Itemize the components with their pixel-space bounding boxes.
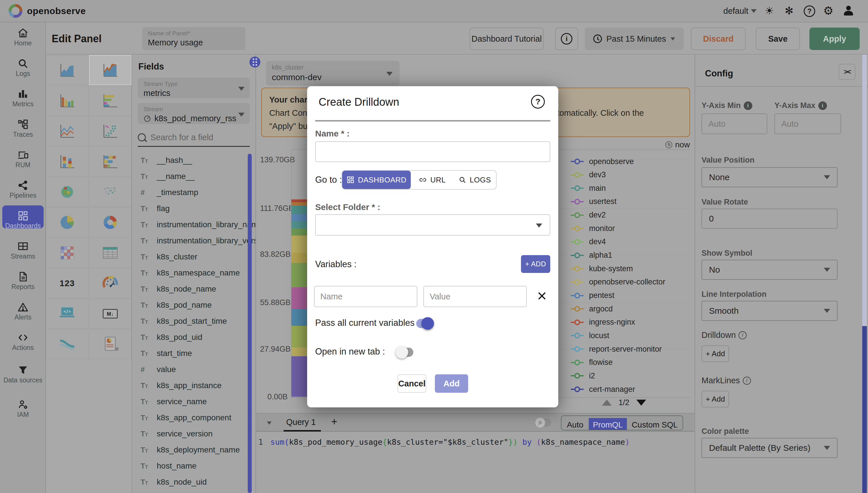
- collapse-config-button[interactable]: ><: [839, 64, 855, 80]
- add-variable-button[interactable]: + ADD: [521, 255, 550, 273]
- drilldown-name-input[interactable]: [315, 141, 550, 162]
- field-item-flag[interactable]: TTflag: [132, 200, 247, 217]
- chart-type-gauge-icon[interactable]: [89, 268, 132, 298]
- apply-button[interactable]: Apply: [809, 27, 860, 50]
- field-item-k8s_deployment_name[interactable]: TTk8s_deployment_name: [132, 442, 247, 458]
- chart-type-custom-chart-icon[interactable]: ⚙: [89, 329, 132, 359]
- org-selector[interactable]: default: [723, 6, 748, 16]
- discard-button[interactable]: Discard: [691, 27, 746, 50]
- field-search[interactable]: [138, 129, 250, 147]
- field-item-k8s_node_uid[interactable]: TTk8s_node_uid: [132, 474, 247, 490]
- legend-item-openobserve[interactable]: openobserve: [571, 156, 634, 167]
- cancel-button[interactable]: Cancel: [397, 374, 426, 393]
- sidebar-item-metrics[interactable]: Metrics: [0, 88, 46, 108]
- chart-type-stacked-bar-icon[interactable]: [46, 147, 88, 176]
- legend-prev-icon[interactable]: [602, 400, 612, 406]
- field-item-k8s_app_component[interactable]: TTk8s_app_component: [132, 410, 247, 426]
- field-item-k8s_node_name[interactable]: TTk8s_node_name: [132, 281, 247, 297]
- stream-select[interactable]: Stream k8s_pod_memory_rss: [138, 103, 250, 124]
- field-item-service_name[interactable]: TTservice_name: [132, 393, 247, 410]
- legend-item-pentest[interactable]: pentest: [571, 290, 615, 301]
- y-axis-min-input[interactable]: [702, 113, 767, 134]
- legend-item-alpha1[interactable]: alpha1: [571, 250, 612, 261]
- sidebar-item-dashboards[interactable]: Dashboards: [0, 210, 46, 230]
- config-scrollbar-thumb[interactable]: [862, 326, 867, 493]
- legend-item-dev4[interactable]: dev4: [571, 236, 606, 248]
- sidebar-item-traces[interactable]: Traces: [0, 118, 46, 138]
- sidebar-item-alerts[interactable]: Alerts: [0, 301, 46, 321]
- time-range-button[interactable]: Past 15 Minutes: [585, 27, 684, 50]
- chart-type-geomap-icon[interactable]: [46, 177, 88, 207]
- help-icon[interactable]: ?: [804, 5, 815, 17]
- user-profile-icon[interactable]: [843, 5, 854, 17]
- info-icon[interactable]: i: [738, 331, 747, 339]
- goto-tab-logs[interactable]: LOGS: [454, 171, 496, 189]
- field-item-value[interactable]: #value: [132, 361, 247, 378]
- search-input[interactable]: [150, 132, 246, 143]
- legend-item-ingress-nginx[interactable]: ingress-nginx: [571, 317, 635, 328]
- field-item-k8s_cluster[interactable]: TTk8s_cluster: [132, 249, 247, 265]
- sidebar-item-data-sources[interactable]: Data sources: [0, 364, 46, 384]
- show-symbol-select[interactable]: No: [702, 260, 838, 280]
- chart-type-pie-icon[interactable]: [46, 208, 88, 237]
- dashboard-tutorial-button[interactable]: Dashboard Tutorial: [470, 27, 544, 50]
- legend-item-cert-manager[interactable]: cert-manager: [571, 384, 635, 395]
- legend-item-report-server-monitor[interactable]: report-server-monitor: [571, 343, 662, 355]
- chart-type-scatter-icon[interactable]: [89, 116, 132, 146]
- legend-item-monitor[interactable]: monitor: [571, 223, 615, 234]
- field-item-__name__[interactable]: TT__name__: [132, 168, 247, 185]
- goto-tab-dashboard[interactable]: DASHBOARD: [342, 171, 411, 189]
- fields-scrollbar[interactable]: [248, 154, 252, 493]
- legend-item-argocd[interactable]: argocd: [571, 303, 613, 315]
- value-position-select[interactable]: None: [702, 167, 838, 187]
- chart-type-heatmap-icon[interactable]: [46, 238, 88, 268]
- modal-help-icon[interactable]: ?: [531, 95, 545, 109]
- sidebar-item-logs[interactable]: Logs: [0, 57, 46, 77]
- y-axis-max-input[interactable]: [774, 113, 841, 134]
- panel-drag-handle-icon[interactable]: [249, 57, 260, 67]
- goto-tab-url[interactable]: URL: [411, 171, 454, 189]
- legend-item-main[interactable]: main: [571, 183, 606, 194]
- legend-item-dev3[interactable]: dev3: [571, 169, 606, 181]
- folder-select[interactable]: [315, 214, 550, 236]
- field-item-host_name[interactable]: TThost_name: [132, 458, 247, 474]
- chart-type-table-icon[interactable]: [89, 238, 132, 268]
- chart-type-maps-icon[interactable]: [89, 177, 132, 207]
- info-icon[interactable]: i: [818, 102, 827, 110]
- field-item-k8s_pod_uid[interactable]: TTk8s_pod_uid: [132, 329, 247, 345]
- legend-item-locust[interactable]: locust: [571, 330, 609, 341]
- legend-item-dev2[interactable]: dev2: [571, 210, 606, 221]
- stream-type-select[interactable]: Stream Type metrics: [138, 78, 250, 98]
- legend-item-kube-system[interactable]: kube-system: [571, 263, 633, 274]
- open-new-tab-toggle[interactable]: [397, 348, 413, 357]
- query-tab[interactable]: Query 1: [286, 417, 316, 427]
- legend-item-i2[interactable]: i2: [571, 370, 595, 382]
- field-item-__hash__[interactable]: TT__hash__: [132, 152, 247, 168]
- chart-type-area-icon[interactable]: [46, 55, 88, 85]
- chart-type-html-icon[interactable]: </>: [46, 299, 88, 329]
- value-rotate-input[interactable]: 0: [702, 209, 838, 229]
- pass-variables-toggle[interactable]: [416, 319, 433, 328]
- sidebar-item-rum[interactable]: RUM: [0, 149, 46, 169]
- add-button[interactable]: Add: [435, 374, 468, 393]
- function-toggle[interactable]: fx: [536, 419, 551, 427]
- field-item-instrumentation_library_version[interactable]: TTinstrumentation_library_version: [132, 233, 247, 249]
- color-palette-select[interactable]: Default Palette (By Series): [702, 438, 838, 458]
- chart-type-area-stacked-icon[interactable]: [89, 55, 132, 85]
- sidebar-item-pipelines[interactable]: Pipelines: [0, 179, 46, 199]
- field-item-k8s_pod_start_time[interactable]: TTk8s_pod_start_time: [132, 313, 247, 329]
- drilldown-add-button[interactable]: + Add: [702, 345, 729, 362]
- chart-type-bar-icon[interactable]: [46, 86, 88, 115]
- query-mode-custom-sql[interactable]: Custom SQL: [627, 418, 683, 430]
- marklines-add-button[interactable]: + Add: [702, 391, 729, 407]
- variable-value-input[interactable]: [424, 286, 527, 307]
- sidebar-item-reports[interactable]: Reports: [0, 270, 46, 291]
- remove-variable-icon[interactable]: [537, 291, 547, 301]
- legend-next-icon[interactable]: [636, 400, 646, 406]
- field-item-_timestamp[interactable]: #_timestamp: [132, 185, 247, 200]
- field-item-k8s_app_instance[interactable]: TTk8s_app_instance: [132, 378, 247, 393]
- sidebar-item-iam[interactable]: IAM: [0, 398, 46, 418]
- variable-name-input[interactable]: [314, 286, 417, 307]
- chart-type-horizontal-bar-icon[interactable]: [89, 86, 132, 115]
- field-item-k8s_namespace_name[interactable]: TTk8s_namespace_name: [132, 265, 247, 281]
